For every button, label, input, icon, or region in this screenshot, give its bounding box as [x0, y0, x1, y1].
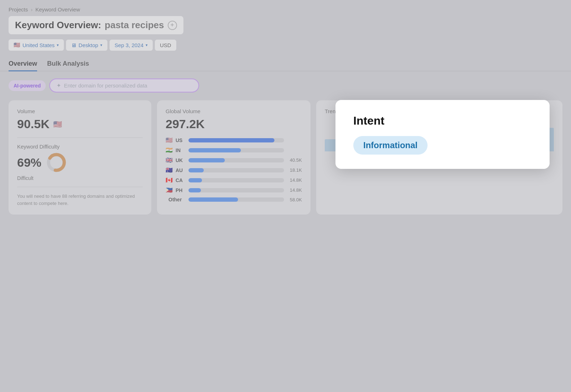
modal-title: Intent — [353, 114, 532, 127]
intent-modal: Intent Informational — [335, 100, 550, 169]
modal-overlay: Intent Informational — [0, 0, 571, 392]
intent-badge: Informational — [353, 136, 428, 155]
